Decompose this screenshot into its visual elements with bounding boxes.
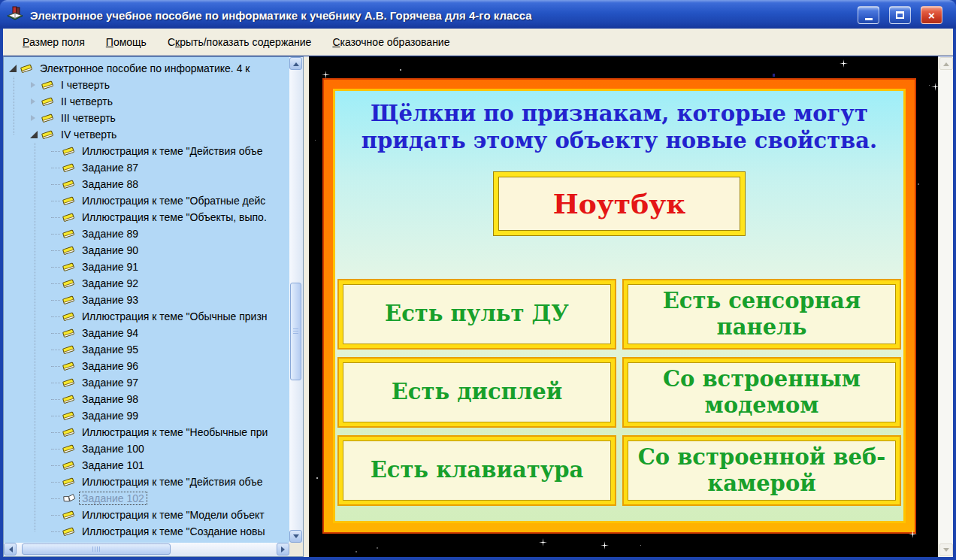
book-closed-icon: [62, 509, 77, 521]
book-closed-icon: [62, 261, 77, 273]
tree-expander[interactable]: [49, 457, 62, 474]
option-button[interactable]: Со встроенным модемом: [624, 359, 900, 426]
tree-item[interactable]: Задание 93: [7, 292, 289, 308]
tree-item[interactable]: Задание 94: [7, 325, 289, 341]
tree-expander[interactable]: [28, 93, 41, 110]
tree-item[interactable]: Иллюстрация к теме "Модели объект: [7, 507, 289, 523]
scroll-left-button[interactable]: [4, 543, 17, 555]
tree-expander[interactable]: [49, 192, 62, 209]
tree-expander[interactable]: [7, 60, 20, 77]
tree-item[interactable]: Задание 92: [7, 275, 289, 292]
menu-item[interactable]: Размер поля: [12, 33, 95, 51]
tree-expander[interactable]: [49, 507, 62, 523]
book-closed-icon: [62, 228, 77, 240]
title-bar: Электронное учебное пособие по информати…: [0, 0, 956, 29]
scroll-down-button[interactable]: [289, 530, 302, 543]
tree-vscroll-thumb[interactable]: [290, 283, 301, 380]
tree-expander[interactable]: [49, 242, 62, 259]
book-closed-icon: [62, 310, 77, 322]
option-button[interactable]: Есть клавиатура: [339, 437, 615, 504]
minimize-button[interactable]: [858, 6, 879, 24]
tree-expander[interactable]: [49, 407, 62, 424]
tree-expander[interactable]: [49, 176, 62, 192]
main-vertical-scrollbar[interactable]: [938, 56, 953, 557]
tree-expander[interactable]: [49, 523, 62, 540]
tree-item[interactable]: Иллюстрация к теме "Обратные дейс: [7, 192, 289, 209]
tree-expander[interactable]: [49, 341, 62, 358]
tree-connector: [51, 234, 60, 235]
tree-expander[interactable]: [49, 424, 62, 440]
tree-item[interactable]: Иллюстрация к теме "Объекты, выпо.: [7, 209, 289, 226]
tree-hscroll-thumb[interactable]: [22, 543, 171, 555]
tree-item[interactable]: II четверть: [7, 93, 289, 110]
book-closed-icon: [62, 244, 77, 256]
tree-expander[interactable]: [49, 358, 62, 374]
tree-item[interactable]: Задание 100: [7, 440, 289, 457]
tree-expander[interactable]: [49, 143, 62, 159]
tree-expander[interactable]: [49, 490, 62, 507]
menu-item[interactable]: Помощь: [95, 33, 157, 51]
tree-item-label: Иллюстрация к теме "Обычные призн: [80, 310, 270, 322]
maximize-button[interactable]: [889, 6, 911, 24]
tree-item[interactable]: Задание 97: [7, 374, 289, 391]
book-closed-icon: [41, 95, 56, 107]
option-button[interactable]: Есть сенсорная панель: [624, 280, 900, 348]
book-closed-icon: [62, 410, 77, 422]
tree-item-label: Задание 87: [80, 162, 141, 174]
option-button[interactable]: Со встроенной веб-камерой: [624, 437, 900, 504]
tree-item[interactable]: Задание 91: [7, 259, 289, 275]
scroll-up-button[interactable]: [939, 57, 953, 70]
tree-item-label: Задание 97: [80, 377, 141, 389]
tree-expander[interactable]: [28, 126, 41, 143]
tree-item[interactable]: Иллюстрация к теме "Действия объе: [7, 474, 289, 490]
tree-item[interactable]: Задание 87: [7, 159, 289, 176]
tree-item[interactable]: Задание 102: [7, 490, 289, 507]
tree-expander[interactable]: [49, 226, 62, 242]
close-button[interactable]: ×: [921, 6, 942, 24]
tree-item[interactable]: Задание 99: [7, 407, 289, 424]
application-window: Электронное учебное пособие по информати…: [0, 0, 956, 560]
tree-expander[interactable]: [49, 440, 62, 457]
tree-expander[interactable]: [49, 374, 62, 391]
sparkle-star: [840, 59, 848, 68]
tree-expander[interactable]: [49, 275, 62, 292]
tree-item[interactable]: Электронное пособие по информатике. 4 к: [7, 60, 289, 77]
tree-item[interactable]: IV четверть: [7, 126, 289, 143]
tree-item[interactable]: Задание 88: [7, 176, 289, 192]
tree-connector: [51, 449, 60, 450]
scroll-up-button[interactable]: [289, 57, 302, 70]
tree-expander[interactable]: [49, 391, 62, 407]
option-button[interactable]: Есть дисплей: [339, 359, 615, 426]
tree-expander[interactable]: [49, 474, 62, 490]
scroll-right-button[interactable]: [277, 543, 289, 555]
tree-expander[interactable]: [28, 110, 41, 126]
tree-item[interactable]: Задание 96: [7, 358, 289, 374]
menu-item[interactable]: Сказочное образование: [322, 33, 460, 51]
tree-horizontal-scrollbar[interactable]: [4, 543, 289, 556]
tree-vertical-scrollbar[interactable]: [289, 57, 303, 543]
tree-expander[interactable]: [49, 209, 62, 226]
collapsed-triangle-icon: [31, 115, 38, 121]
tree-item[interactable]: Задание 98: [7, 391, 289, 407]
option-button[interactable]: Есть пульт ДУ: [339, 280, 615, 348]
tree-item[interactable]: Иллюстрация к теме "Создание новы: [7, 523, 289, 540]
tree-expander[interactable]: [49, 292, 62, 308]
tree-item[interactable]: Задание 89: [7, 226, 289, 242]
tree-item[interactable]: III четверть: [7, 110, 289, 126]
scroll-down-button[interactable]: [939, 543, 953, 556]
tree-connector: [51, 515, 60, 516]
tree-item[interactable]: Задание 95: [7, 341, 289, 358]
tree-item[interactable]: Иллюстрация к теме "Действия объе: [7, 143, 289, 159]
menu-item[interactable]: Скрыть/показать содержание: [157, 33, 322, 51]
tree-item[interactable]: I четверть: [7, 77, 289, 93]
tree-item[interactable]: Задание 90: [7, 242, 289, 259]
tree-item[interactable]: Задание 101: [7, 457, 289, 474]
tree-expander[interactable]: [49, 308, 62, 325]
tree-expander[interactable]: [49, 159, 62, 176]
tree-connector: [51, 250, 60, 251]
tree-item[interactable]: Иллюстрация к теме "Обычные призн: [7, 308, 289, 325]
tree-expander[interactable]: [49, 325, 62, 341]
tree-item[interactable]: Иллюстрация к теме "Необычные при: [7, 424, 289, 440]
tree-expander[interactable]: [49, 259, 62, 275]
tree-expander[interactable]: [28, 77, 41, 93]
